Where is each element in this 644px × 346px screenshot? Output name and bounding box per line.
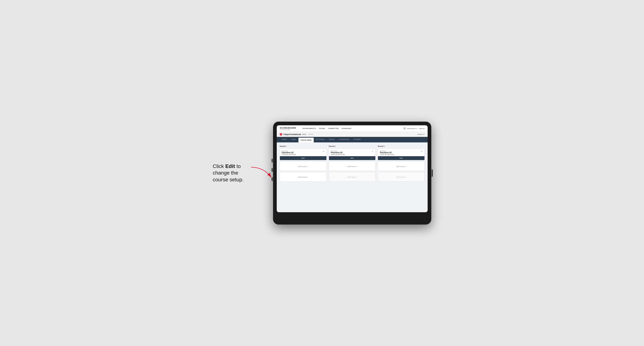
- tab-course-setup[interactable]: Course Setup: [298, 138, 314, 142]
- round-2-add-course-1[interactable]: Add Course +: [329, 161, 376, 171]
- round-3-course-header: (Course A) Peachtree GC Yellow (M) (6629…: [378, 149, 424, 156]
- arrow-graphic: [249, 165, 275, 180]
- round-2-edit-button[interactable]: Edit: [329, 156, 376, 160]
- round-2-course-header: (Course A) Peachtree GC Yellow (M) (6629…: [329, 149, 376, 156]
- cancel-button[interactable]: Cancel ✕: [418, 133, 425, 135]
- round-2-add-course-text-2: Add Course +: [347, 176, 357, 178]
- round-3-add-course-text-2: Add Course +: [396, 176, 406, 178]
- instruction-before: Click: [213, 163, 225, 169]
- round-3-course-tee: Yellow (M) (6629 yds): [380, 154, 394, 155]
- round-1-column: Round 1 (Course A) Peachtree GC Yellow (…: [280, 145, 326, 183]
- round-1-course-card: (Course A) Peachtree GC Yellow (M) (6629…: [280, 149, 326, 160]
- round-2-add-course-text-1: Add Course +: [347, 166, 357, 168]
- round-3-edit-button[interactable]: Edit: [378, 156, 424, 160]
- round-1-delete-icon[interactable]: 🗑: [323, 150, 324, 152]
- sign-out-link[interactable]: Sign out: [419, 128, 425, 129]
- round-1-add-course-1[interactable]: Add Course +: [280, 161, 326, 171]
- round-1-course-tee: Yellow (M) (6629 yds): [282, 154, 296, 155]
- round-1-course-name: Peachtree GC: [282, 152, 296, 154]
- tab-teams[interactable]: Teams: [289, 137, 299, 142]
- round-2-course-card: (Course A) Peachtree GC Yellow (M) (6629…: [329, 149, 376, 160]
- logo-text: SCOREBOARD: [280, 127, 296, 129]
- instruction-bold: Edit: [225, 163, 235, 169]
- rounds-container: Round 1 (Course A) Peachtree GC Yellow (…: [280, 145, 425, 183]
- logo-area: SCOREBOARD Powered by clippd: [280, 127, 296, 130]
- nav-separator: |: [418, 128, 418, 129]
- round-2-course-label: (Course A): [331, 150, 345, 152]
- round-3-column: Round 3 (Course A) Peachtree GC Yellow (…: [378, 145, 425, 183]
- tab-tee-groups[interactable]: Tee Groups: [314, 137, 327, 142]
- round-1-add-course-2[interactable]: Add Course +: [280, 172, 326, 181]
- brand-icon: C: [280, 133, 282, 136]
- round-1-course-label: (Course A): [282, 150, 296, 152]
- round-1-add-course-text-1: Add Course +: [298, 166, 308, 168]
- round-2-course-name: Peachtree GC: [331, 152, 345, 154]
- page-wrapper: Click Edit tochange thecourse setup. SCO…: [0, 114, 644, 232]
- round-3-course-card: (Course A) Peachtree GC Yellow (M) (6629…: [378, 149, 425, 160]
- tab-bar: Details Teams Course Setup Tee Groups Re…: [277, 137, 428, 142]
- round-2-delete-icon[interactable]: 🗑: [372, 150, 374, 152]
- round-3-add-course-2: Add Course +: [378, 172, 425, 181]
- tab-leaderboards[interactable]: Leaderboards: [336, 137, 351, 142]
- nav-committee[interactable]: COMMITTEE: [328, 128, 339, 129]
- instruction-block: Click Edit tochange thecourse setup.: [213, 163, 244, 183]
- round-3-course-name: Peachtree GC: [380, 152, 394, 154]
- tournament-gender: (Men): [302, 133, 306, 135]
- tablet-power-button: [432, 170, 433, 177]
- round-3-course-label: (Course A): [380, 150, 394, 152]
- round-3-delete-icon[interactable]: 🗑: [421, 150, 423, 152]
- tablet-volume-up-button: [272, 159, 273, 163]
- top-nav: SCOREBOARD Powered by clippd TOURNAMENTS…: [277, 125, 428, 132]
- round-1-course-header: (Course A) Peachtree GC Yellow (M) (6629…: [280, 149, 326, 156]
- round-2-title: Round 2: [329, 145, 376, 147]
- sub-header: C Clippd Invitational (Men) Hosting Canc…: [277, 132, 428, 137]
- user-avatar: [403, 127, 406, 130]
- logo-sub: Powered by clippd: [280, 129, 296, 130]
- hosting-badge: Hosting: [308, 133, 313, 135]
- round-1-edit-button[interactable]: Edit: [280, 156, 326, 160]
- nav-rankings[interactable]: RANKINGS: [342, 128, 351, 129]
- round-3-add-course-1[interactable]: Add Course +: [378, 161, 425, 171]
- round-2-column: Round 2 (Course A) Peachtree GC Yellow (…: [329, 145, 376, 183]
- user-email: blair@clippd.io: [407, 128, 417, 129]
- tablet-mute-button: [272, 177, 273, 181]
- nav-right: blair@clippd.io | Sign out: [403, 127, 425, 130]
- round-3-add-course-text-1: Add Course +: [396, 166, 406, 168]
- round-1-add-course-text-2: Add Course +: [298, 176, 308, 178]
- round-1-title: Round 1: [280, 145, 326, 147]
- cancel-x-icon: ✕: [423, 133, 425, 135]
- tab-printables[interactable]: Printables: [351, 137, 363, 142]
- main-content: Round 1 (Course A) Peachtree GC Yellow (…: [277, 142, 428, 212]
- round-2-add-course-2: Add Course +: [329, 172, 376, 181]
- tablet-frame: SCOREBOARD Powered by clippd TOURNAMENTS…: [273, 122, 431, 224]
- round-3-title: Round 3: [378, 145, 425, 147]
- round-2-course-tee: Yellow (M) (6629 yds): [331, 154, 345, 155]
- tablet-volume-down-button: [272, 168, 273, 172]
- nav-teams[interactable]: TEAMS: [319, 128, 325, 129]
- nav-links: TOURNAMENTS TEAMS COMMITTEE RANKINGS: [302, 128, 400, 129]
- tournament-name: Clippd Invitational: [283, 133, 301, 135]
- tablet-screen: SCOREBOARD Powered by clippd TOURNAMENTS…: [277, 125, 428, 212]
- nav-tournaments[interactable]: TOURNAMENTS: [302, 128, 316, 129]
- tab-results[interactable]: Results: [326, 137, 336, 142]
- sub-header-left: C Clippd Invitational (Men) Hosting: [280, 133, 313, 136]
- tab-details[interactable]: Details: [280, 137, 289, 142]
